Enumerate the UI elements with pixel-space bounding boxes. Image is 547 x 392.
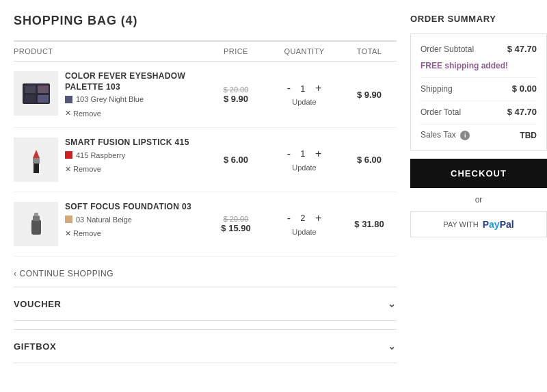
remove-button[interactable]: ✕ Remove	[65, 165, 189, 174]
shade-swatch	[65, 151, 72, 159]
quantity-increase-button[interactable]: +	[314, 83, 323, 94]
product-name: COLOR FEVER EYESHADOW PALETTE 103	[65, 71, 205, 92]
quantity-value: 2	[297, 213, 308, 223]
col-header-price: PRICE	[205, 47, 267, 55]
quantity-cell: - 2 + Update	[267, 213, 342, 236]
sales-tax-label: Sales Tax i	[421, 130, 470, 140]
quantity-cell: - 1 + Update	[267, 148, 342, 172]
table-row: SOFT FOCUS FOUNDATION 03 03 Natural Beig…	[14, 192, 397, 257]
shade-swatch	[65, 215, 72, 223]
product-image	[14, 138, 58, 182]
continue-shopping-button[interactable]: ‹ CONTINUE SHOPPING	[14, 269, 114, 278]
price-sale: $ 9.90	[205, 94, 267, 104]
x-icon: ✕	[65, 109, 71, 118]
page-title: SHOPPING BAG (4)	[14, 14, 397, 28]
chevron-left-icon: ‹	[14, 269, 16, 278]
product-shade: 03 Natural Beige	[65, 215, 191, 224]
quantity-controls: - 2 +	[286, 213, 323, 224]
quantity-controls: - 1 +	[286, 148, 323, 159]
order-total-row: Order Total $ 47.70	[421, 107, 537, 117]
svg-rect-6	[33, 158, 40, 164]
cart-items-container: COLOR FEVER EYESHADOW PALETTE 103 103 Gr…	[14, 62, 397, 257]
total-cell: $ 31.80	[342, 219, 397, 229]
update-button[interactable]: Update	[292, 98, 316, 106]
total-cell: $ 9.90	[342, 90, 397, 100]
divider3	[421, 124, 537, 125]
total-cell: $ 6.00	[342, 155, 397, 165]
order-summary-panel: ORDER SUMMARY Order Subtotal $ 47.70 FRE…	[410, 14, 547, 363]
quantity-decrease-button[interactable]: -	[286, 213, 292, 224]
remove-button[interactable]: ✕ Remove	[65, 229, 191, 238]
table-row: SMART FUSION LIPSTICK 415 415 Raspberry …	[14, 128, 397, 192]
price-original: $ 20.00	[205, 215, 267, 223]
remove-label: Remove	[73, 109, 101, 118]
product-cell: SMART FUSION LIPSTICK 415 415 Raspberry …	[14, 138, 205, 182]
svg-rect-3	[25, 95, 36, 103]
remove-button[interactable]: ✕ Remove	[65, 109, 205, 118]
quantity-controls: - 1 +	[286, 83, 323, 94]
svg-rect-10	[34, 213, 38, 216]
summary-box: Order Subtotal $ 47.70 FREE shipping add…	[410, 34, 547, 151]
checkout-button[interactable]: CHECKOUT	[410, 159, 547, 188]
quantity-decrease-button[interactable]: -	[286, 83, 292, 94]
paypal-logo: PayPal	[483, 219, 514, 230]
accordion-header-giftbox[interactable]: GIFTBOX ⌄	[14, 330, 397, 363]
order-summary-title: ORDER SUMMARY	[410, 14, 547, 24]
chevron-down-icon: ⌄	[388, 298, 397, 309]
quantity-increase-button[interactable]: +	[314, 213, 323, 224]
chevron-down-icon: ⌄	[388, 341, 397, 352]
free-shipping-text: FREE shipping added!	[421, 61, 537, 70]
table-header: PRODUCT PRICE QUANTITY TOTAL	[14, 40, 397, 62]
product-cell: COLOR FEVER EYESHADOW PALETTE 103 103 Gr…	[14, 71, 205, 118]
col-header-total: TOTAL	[342, 47, 397, 55]
update-button[interactable]: Update	[292, 164, 316, 172]
shipping-value: $ 0.00	[512, 83, 537, 94]
x-icon: ✕	[65, 229, 71, 238]
info-icon: i	[460, 131, 470, 140]
paypal-button[interactable]: PAY WITH PayPal	[410, 211, 547, 237]
product-info: SOFT FOCUS FOUNDATION 03 03 Natural Beig…	[65, 202, 191, 238]
accordion-label: VOUCHER	[14, 299, 62, 309]
svg-rect-9	[33, 215, 40, 221]
svg-rect-8	[31, 220, 41, 235]
price-cell: $ 6.00	[205, 155, 267, 165]
product-shade: 415 Raspberry	[65, 151, 189, 159]
subtotal-value: $ 47.70	[507, 44, 537, 54]
divider2	[421, 101, 537, 101]
price-sale: $ 6.00	[205, 155, 267, 165]
quantity-value: 1	[297, 83, 308, 94]
update-button[interactable]: Update	[292, 228, 316, 236]
main-content: SHOPPING BAG (4) PRODUCT PRICE QUANTITY …	[14, 14, 397, 363]
svg-rect-1	[25, 86, 36, 93]
shipping-row: Shipping $ 0.00	[421, 83, 537, 94]
price-cell: $ 20.00 $ 9.90	[205, 86, 267, 104]
quantity-decrease-button[interactable]: -	[286, 148, 292, 159]
divider	[421, 77, 537, 78]
subtotal-label: Order Subtotal	[421, 44, 474, 54]
accordion-header-voucher[interactable]: VOUCHER ⌄	[14, 287, 397, 321]
shade-code: 415 Raspberry	[76, 151, 125, 159]
product-info: COLOR FEVER EYESHADOW PALETTE 103 103 Gr…	[65, 71, 205, 118]
col-header-quantity: QUANTITY	[267, 47, 342, 55]
order-total-label: Order Total	[421, 107, 461, 117]
or-label: or	[410, 195, 547, 205]
sales-tax-row: Sales Tax i TBD	[421, 130, 537, 140]
col-header-product: PRODUCT	[14, 47, 205, 55]
product-image	[14, 71, 58, 116]
paypal-pay-text: PAY WITH	[443, 220, 478, 228]
sales-tax-value: TBD	[520, 131, 537, 140]
svg-marker-7	[33, 150, 40, 158]
shade-code: 03 Natural Beige	[76, 215, 132, 224]
remove-label: Remove	[73, 165, 101, 173]
product-cell: SOFT FOCUS FOUNDATION 03 03 Natural Beig…	[14, 202, 205, 246]
product-shade: 103 Grey Night Blue	[65, 95, 205, 103]
table-row: COLOR FEVER EYESHADOW PALETTE 103 103 Gr…	[14, 62, 397, 128]
order-total-value: $ 47.70	[507, 107, 537, 117]
svg-rect-5	[34, 162, 39, 173]
quantity-increase-button[interactable]: +	[314, 148, 323, 159]
product-image	[14, 202, 58, 246]
price-cell: $ 20.00 $ 15.90	[205, 215, 267, 233]
svg-rect-4	[38, 95, 49, 103]
x-icon: ✕	[65, 165, 71, 174]
quantity-cell: - 1 + Update	[267, 83, 342, 106]
